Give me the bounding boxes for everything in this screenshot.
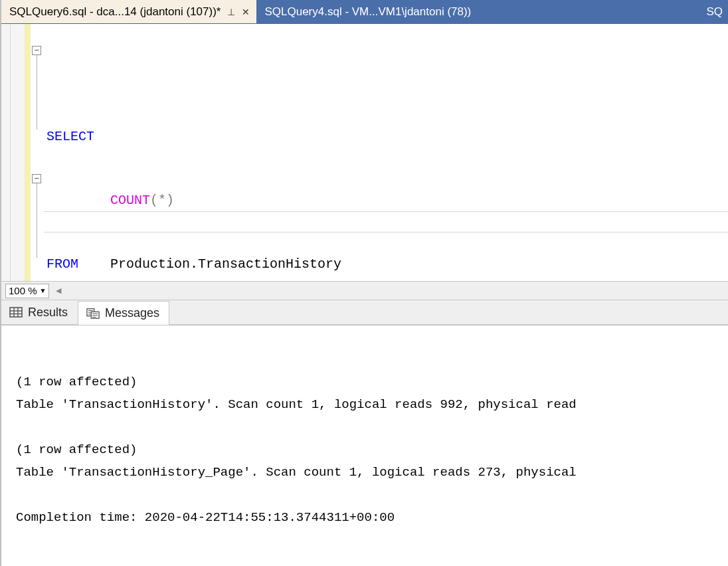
tab-label: Results [28,306,68,320]
message-line: Completion time: 2020-04-22T14:55:13.374… [16,510,395,525]
tab-results[interactable]: Results [1,300,78,324]
function-count: COUNT [110,193,150,208]
star-args: (*) [150,193,174,208]
messages-output[interactable]: (1 row affected) Table 'TransactionHisto… [1,326,728,566]
tab-title: SQLQuery6.sql - dca...14 (jdantoni (107)… [9,5,221,19]
sql-editor[interactable]: − − SELECT COUNT(*) FROM Production.Tran… [1,24,728,282]
table-name: Production.TransactionHistory [110,256,341,272]
tab-sqlquery4[interactable]: SQLQuery4.sql - VM...VM1\jdantoni (78)) [256,0,478,23]
grid-icon [9,306,23,318]
code-line: COUNT(*) [44,190,728,211]
change-bar [25,24,31,281]
editor-gutter [1,24,11,281]
selection-margin [11,24,25,281]
keyword-from: FROM [46,256,78,272]
code-surface[interactable]: SELECT COUNT(*) FROM Production.Transact… [44,24,728,281]
zoom-dropdown[interactable]: 100 % ▼ [5,284,49,298]
zoom-bar: 100 % ▼ ◀ [1,282,728,300]
tab-overflow[interactable]: SQ [701,0,728,23]
ssms-window: SQLQuery6.sql - dca...14 (jdantoni (107)… [0,0,728,566]
code-line: FROM Production.TransactionHistory [44,254,728,275]
messages-icon [86,308,100,320]
fold-column: − − [31,24,44,281]
code-line: SELECT [44,126,728,147]
message-line: Table 'TransactionHistory'. Scan count 1… [16,397,577,412]
chevron-down-icon: ▼ [40,287,46,294]
message-line: Table 'TransactionHistory_Page'. Scan co… [16,465,577,480]
svg-rect-0 [10,308,22,317]
pin-icon[interactable]: ⊥ [227,7,235,17]
hscroll-left-icon[interactable]: ◀ [53,286,64,295]
tab-label: Messages [105,306,159,320]
tab-spacer [478,0,701,23]
zoom-value: 100 % [9,285,37,296]
tab-messages[interactable]: Messages [78,301,169,325]
fold-toggle-icon[interactable]: − [32,46,41,55]
tab-title: SQLQuery4.sql - VM...VM1\jdantoni (78)) [264,5,471,19]
tab-sqlquery6[interactable]: SQLQuery6.sql - dca...14 (jdantoni (107)… [1,0,256,23]
document-tabstrip: SQLQuery6.sql - dca...14 (jdantoni (107)… [1,0,728,24]
message-line: (1 row affected) [16,375,137,389]
keyword-select: SELECT [46,129,94,144]
overflow-label: SQ [706,5,723,19]
close-icon[interactable]: ✕ [242,7,250,17]
fold-toggle-icon[interactable]: − [32,174,41,183]
fold-guide [37,55,37,130]
results-panel-tabs: Results Messages [1,300,728,326]
message-line: (1 row affected) [16,442,137,457]
current-line-highlight [44,211,728,233]
fold-guide [37,183,37,258]
